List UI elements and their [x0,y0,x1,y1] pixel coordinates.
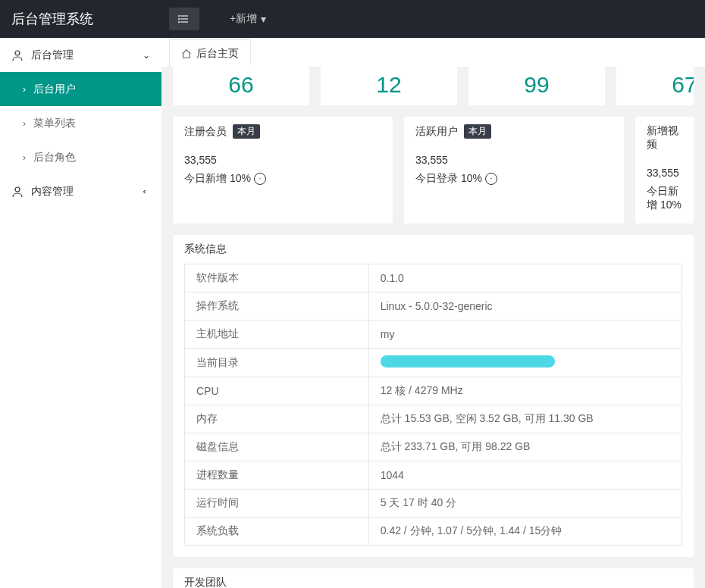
card-value: 33,555 [415,154,613,166]
table-row: 运行时间5 天 17 时 40 分 [185,489,682,518]
new-action-label: +新增 [230,12,257,26]
svg-point-7 [15,187,20,192]
sysinfo-key: 操作系统 [185,292,369,321]
panel-title: 系统信息 [173,235,694,264]
sidebar: 后台管理 ⌄ › 后台用户 › 菜单列表 › 后台角色 内容管理 ⌄ [0,38,161,588]
chevron-right-icon: › [23,118,26,129]
sysinfo-value: Linux - 5.0.0-32-generic [368,292,682,321]
table-row: 磁盘信息总计 233.71 GB, 可用 98.22 GB [185,433,682,461]
team-panel: 开发团队 [173,568,694,588]
smile-icon: ᵕ [254,173,266,185]
card-sub: 今日登录 10% [415,172,482,186]
card-title: 活跃用户 [415,125,458,139]
stat-card: 12 [321,64,457,105]
svg-point-4 [179,19,180,20]
card-value: 33,555 [184,154,381,166]
svg-point-6 [15,51,20,55]
card-title: 新增视频 [647,124,682,152]
logo: 后台管理系统 [0,10,161,28]
table-row: 操作系统Linux - 5.0.0-32-generic [185,292,682,321]
sysinfo-key: CPU [185,377,369,405]
card-sub: 今日新增 10% [647,185,682,212]
table-row: 内存总计 15.53 GB, 空闲 3.52 GB, 可用 11.30 GB [185,405,682,433]
sysinfo-value: 1044 [368,461,682,489]
sysinfo-value: 总计 233.71 GB, 可用 98.22 GB [368,433,682,461]
card-badge: 本月 [464,124,491,139]
tab-home[interactable]: 后台主页 [169,39,251,67]
sidebar-section-content[interactable]: 内容管理 ⌄ [0,174,161,208]
stat-value: 99 [480,72,594,98]
caret-down-icon: ▾ [261,13,266,25]
card-badge: 本月 [233,124,260,139]
sidebar-item-label: 后台用户 [33,83,76,96]
svg-point-3 [179,16,180,17]
sidebar-item-label: 后台角色 [33,151,76,164]
card-sub: 今日新增 10% [184,172,251,186]
stat-card: 66 [173,64,309,105]
list-icon [178,13,190,25]
chevron-down-icon: ⌄ [143,50,150,61]
sidebar-item-users[interactable]: › 后台用户 [0,72,161,106]
sidebar-item-label: 菜单列表 [33,117,76,130]
sysinfo-value: 0.1.0 [368,264,682,292]
card-registered: 注册会员 本月 33,555 今日新增 10%ᵕ [173,117,393,224]
sidebar-section-label: 内容管理 [31,185,74,199]
sysinfo-value [368,349,682,377]
home-icon [181,48,192,59]
table-row: 系统负载0.42 / 分钟, 1.07 / 5分钟, 1.44 / 15分钟 [185,518,682,546]
sysinfo-key: 运行时间 [185,489,369,518]
table-row: 软件版本0.1.0 [185,264,682,292]
stat-value: 67 [628,72,694,98]
sysinfo-key: 软件版本 [185,264,369,292]
table-row: CPU12 核 / 4279 MHz [185,377,682,405]
chevron-left-icon: ⌄ [141,188,152,195]
sysinfo-key: 内存 [185,405,369,433]
sysinfo-value: 5 天 17 时 40 分 [368,489,682,518]
sysinfo-value: 0.42 / 分钟, 1.07 / 5分钟, 1.44 / 15分钟 [368,518,682,546]
table-row: 进程数量1044 [185,461,682,489]
sidebar-item-menus[interactable]: › 菜单列表 [0,106,161,140]
table-row: 主机地址my [185,321,682,349]
tab-label: 后台主页 [196,47,239,61]
sysinfo-value: 12 核 / 4279 MHz [368,377,682,405]
sysinfo-value: my [368,321,682,349]
stat-card: 99 [468,64,605,105]
card-title: 注册会员 [184,125,227,139]
sysinfo-value: 总计 15.53 GB, 空闲 3.52 GB, 可用 11.30 GB [368,405,682,433]
stat-value: 12 [332,72,446,98]
panel-title: 开发团队 [173,568,694,588]
redacted-value [381,355,555,368]
sysinfo-key: 当前目录 [185,349,369,377]
sidebar-section-label: 后台管理 [31,48,74,62]
sysinfo-key: 系统负载 [185,518,369,546]
sidebar-section-admin[interactable]: 后台管理 ⌄ [0,38,161,72]
sysinfo-key: 进程数量 [185,461,369,489]
sysinfo-key: 主机地址 [185,321,369,349]
chevron-right-icon: › [23,84,26,95]
user-icon [11,186,24,198]
stat-card: 67 [616,64,694,105]
chevron-right-icon: › [23,152,26,163]
table-row: 当前目录 [185,349,682,377]
sysinfo-panel: 系统信息 软件版本0.1.0操作系统Linux - 5.0.0-32-gener… [173,235,694,557]
card-active: 活跃用户 本月 33,555 今日登录 10%ᵕ [404,117,624,224]
new-action-dropdown[interactable]: +新增 ▾ [230,12,266,26]
menu-toggle-button[interactable] [169,8,199,30]
card-value: 33,555 [647,167,682,179]
header-bar: 后台管理系统 +新增 ▾ [0,0,705,38]
sysinfo-key: 磁盘信息 [185,433,369,461]
tab-bar: 后台主页 [161,38,705,68]
user-icon [11,49,24,61]
sysinfo-table: 软件版本0.1.0操作系统Linux - 5.0.0-32-generic主机地… [184,264,682,546]
smile-icon: ᵕ [485,173,497,185]
card-videos: 新增视频 33,555 今日新增 10% [635,117,694,224]
svg-point-5 [179,22,180,23]
sidebar-item-roles[interactable]: › 后台角色 [0,140,161,174]
stat-value: 66 [184,72,298,98]
